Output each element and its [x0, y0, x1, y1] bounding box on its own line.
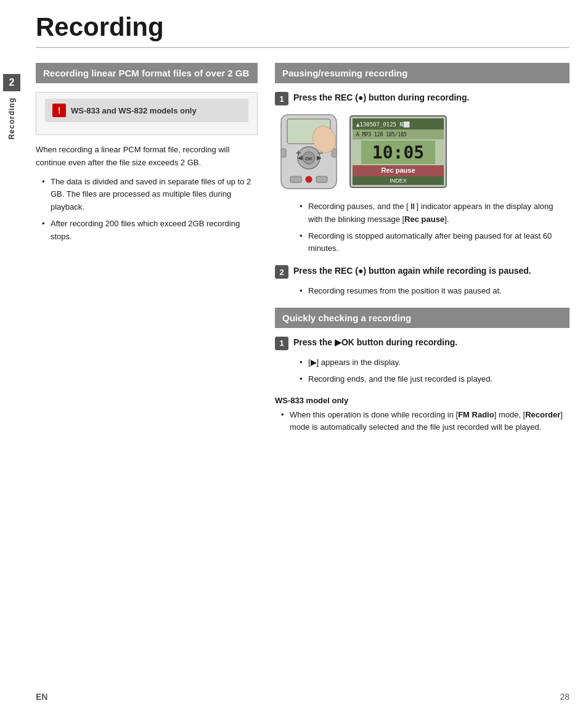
svg-text:10:05: 10:05: [372, 142, 424, 163]
svg-text:Rec pause: Rec pause: [381, 166, 415, 174]
step3-badge: 1: [275, 337, 288, 350]
bullet-list: The data is divided and saved in separat…: [36, 176, 258, 244]
main-content: Recording Recording linear PCM format fi…: [23, 0, 588, 462]
right-section2-title: Quickly checking a recording: [282, 313, 411, 323]
footer: EN 28: [23, 692, 588, 702]
list-item: Recording ends, and the file just record…: [300, 373, 570, 386]
left-column: Recording linear PCM format files of ove…: [36, 63, 258, 438]
sidebar-label: Recording: [7, 97, 16, 139]
recorder-device-image: OK + − ◀ ▶: [275, 112, 343, 192]
step1-bullet-list: Recording pauses, and the [⏸] indicator …: [293, 200, 570, 255]
svg-rect-5: [281, 149, 286, 157]
step1-title: Press the REC (●) button during recordin…: [293, 92, 570, 104]
recorder-screen-image: ▲130507_0125 N⬜ A MP3 128 185/185 10:05 …: [349, 115, 447, 189]
footer-lang: EN: [36, 692, 47, 702]
step2-badge: 2: [275, 265, 288, 279]
svg-point-13: [306, 176, 312, 183]
svg-text:▶: ▶: [317, 154, 322, 161]
step1-row: 1 Press the REC (●) button during record…: [275, 92, 570, 105]
right-section2-header: Quickly checking a recording: [275, 308, 570, 328]
list-item: Recording pauses, and the [⏸] indicator …: [300, 200, 570, 226]
step2-bullet-list: Recording resumes from the position it w…: [293, 285, 570, 298]
sidebar: 2 Recording: [0, 0, 23, 714]
step3-bullet-list: [▶] appears in the display. Recording en…: [293, 356, 570, 386]
svg-text:◀: ◀: [298, 154, 303, 161]
list-item: Recording resumes from the position it w…: [300, 285, 570, 298]
right-column: Pausing/resuming recording 1 Press the R…: [275, 63, 570, 438]
warning-box: ! WS-833 and WS-832 models only: [36, 92, 258, 135]
svg-text:A  MP3 128    185/185: A MP3 128 185/185: [356, 132, 407, 137]
step2-title: Press the REC (●) button again while rec…: [293, 265, 570, 277]
device-images: OK + − ◀ ▶: [275, 112, 570, 192]
left-section-title: Recording linear PCM format files of ove…: [43, 68, 249, 78]
content-columns: Recording linear PCM format files of ove…: [36, 63, 570, 438]
svg-rect-11: [290, 176, 301, 183]
page-title: Recording: [36, 12, 570, 48]
warning-icon: !: [52, 104, 66, 117]
chapter-number: 2: [3, 74, 20, 91]
step3-row: 1 Press the ▶OK button during recording.: [275, 337, 570, 350]
svg-text:OK: OK: [305, 156, 312, 162]
list-item: The data is divided and saved in separat…: [42, 176, 258, 214]
list-item: When this operation is done while record…: [281, 409, 570, 435]
right-section1-title: Pausing/resuming recording: [282, 68, 407, 78]
list-item: After recording 200 files which exceed 2…: [42, 218, 258, 244]
right-section1-header: Pausing/resuming recording: [275, 63, 570, 83]
step2-row: 2 Press the REC (●) button again while r…: [275, 265, 570, 279]
svg-text:INDEX: INDEX: [390, 178, 407, 184]
warning-title: WS-833 and WS-832 models only: [71, 106, 197, 115]
svg-rect-12: [316, 176, 327, 183]
footer-page: 28: [560, 692, 570, 702]
step1-badge: 1: [275, 92, 288, 105]
step3-content: [▶] appears in the display. Recording en…: [293, 356, 570, 386]
warning-header: ! WS-833 and WS-832 models only: [45, 99, 248, 122]
svg-text:▲130507_0125  N⬜: ▲130507_0125 N⬜: [356, 121, 410, 128]
ws833-title: WS-833 model only: [275, 396, 570, 405]
step3-title: Press the ▶OK button during recording.: [293, 337, 570, 349]
list-item: Recording is stopped automatically after…: [300, 230, 570, 256]
ws833-bullet-list: When this operation is done while record…: [275, 409, 570, 435]
list-item: [▶] appears in the display.: [300, 356, 570, 369]
body-text: When recording a linear PCM format file,…: [36, 144, 258, 170]
step2-content: Recording resumes from the position it w…: [293, 285, 570, 298]
left-section-header: Recording linear PCM format files of ove…: [36, 63, 258, 83]
step1-content: Recording pauses, and the [⏸] indicator …: [293, 200, 570, 255]
